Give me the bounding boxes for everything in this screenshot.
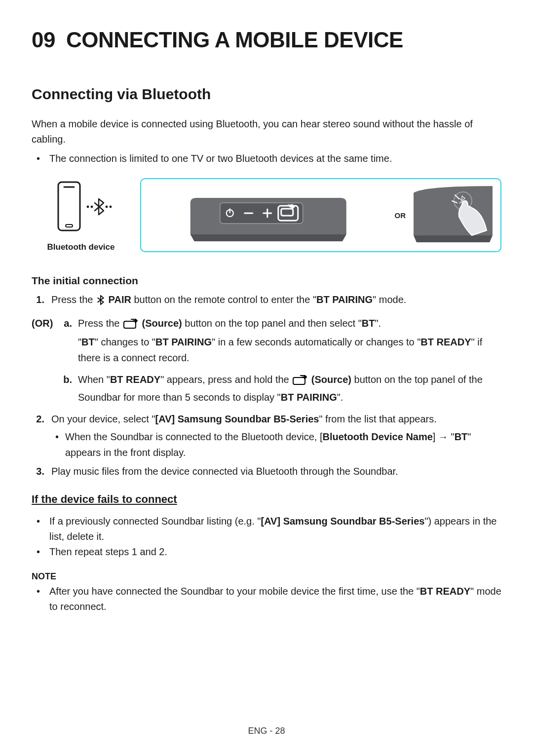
phone-label: Bluetooth device xyxy=(47,242,115,252)
intro-bullet-1: The connection is limited to one TV or t… xyxy=(45,151,501,166)
sb-pair: BT PAIRING xyxy=(281,392,337,403)
substep-a: a. Press the (Source) button on the top … xyxy=(61,315,501,366)
svg-rect-21 xyxy=(124,321,136,328)
s2-dev: [AV] Samsung Soundbar B5-Series xyxy=(155,414,319,424)
step-2-body: On your device, select "[AV] Samsung Sou… xyxy=(51,411,501,460)
svg-point-4 xyxy=(91,206,93,208)
svg-rect-2 xyxy=(66,225,73,227)
diagram-row: Bluetooth device xyxy=(32,178,501,252)
manual-page: 09CONNECTING A MOBILE DEVICE Connecting … xyxy=(0,0,533,756)
s2b-name: Bluetooth Device Name xyxy=(322,431,432,442)
or-block: (OR) a. Press the (Source) button on the… xyxy=(32,314,501,405)
section-number: 09 xyxy=(32,28,55,52)
svg-point-6 xyxy=(110,206,112,208)
soundbar-touch-diagram xyxy=(414,186,493,244)
s2-p1: On your device, select " xyxy=(51,414,155,424)
step-1-num: 1. xyxy=(32,292,44,309)
soundbar-diagram-box: OR xyxy=(140,178,501,252)
source-label-1: (Source) xyxy=(139,318,182,329)
step-2-bullets: When the Soundbar is connected to the Bl… xyxy=(51,429,501,460)
svg-point-5 xyxy=(106,206,108,208)
phone-bluetooth-diagram xyxy=(41,179,120,238)
bluetooth-icon xyxy=(97,294,105,309)
nb1-ready: BT READY xyxy=(420,586,470,597)
sa-post: button on the top panel and then select … xyxy=(182,318,362,329)
step-2-bullet-1: When the Soundbar is connected to the Bl… xyxy=(65,429,501,460)
steps: 1. Press the PAIR button on the remote c… xyxy=(32,292,501,479)
page-title: 09CONNECTING A MOBILE DEVICE xyxy=(32,28,501,52)
sa2-bt: BT xyxy=(81,337,95,347)
step-1-pre: Press the xyxy=(51,294,96,305)
note-label: NOTE xyxy=(32,571,501,582)
svg-point-3 xyxy=(87,206,89,208)
section-title: CONNECTING A MOBILE DEVICE xyxy=(66,28,403,52)
svg-rect-22 xyxy=(293,378,305,384)
intro-bullets: The connection is limited to one TV or t… xyxy=(32,151,501,166)
sb-p1: When " xyxy=(78,374,110,385)
bt-1: BT xyxy=(362,318,375,329)
note-bullets: After you have connected the Soundbar to… xyxy=(32,584,501,614)
nb1-p1: After you have connected the Soundbar to… xyxy=(49,586,420,597)
initial-connection-heading: The initial connection xyxy=(32,275,501,287)
step-2-num: 2. xyxy=(32,411,44,460)
step-2: 2. On your device, select "[AV] Samsung … xyxy=(32,411,501,460)
s2b-p2: ] → " xyxy=(433,431,455,442)
step-3-body: Play music files from the device connect… xyxy=(51,463,501,479)
s2b-p1: When the Soundbar is connected to the Bl… xyxy=(65,431,322,442)
step-3-num: 3. xyxy=(32,463,44,479)
step-1-post: button on the remote control to enter th… xyxy=(131,294,316,305)
fail-bullet-1: If a previously connected Soundbar listi… xyxy=(45,514,501,544)
sa-end: ". xyxy=(375,318,381,329)
source-label-2: (Source) xyxy=(308,374,351,385)
sb-p2: " appears, press and hold the xyxy=(160,374,292,385)
source-icon xyxy=(293,374,307,389)
sa2-p3: " in a few seconds automatically or chan… xyxy=(212,337,420,347)
phone-column: Bluetooth device xyxy=(32,178,130,252)
substep-b-body: When "BT READY" appears, press and hold … xyxy=(78,372,501,405)
intro-paragraph: When a mobile device is connected using … xyxy=(32,116,501,147)
fb1-p1: If a previously connected Soundbar listi… xyxy=(49,516,261,527)
step-3: 3. Play music files from the device conn… xyxy=(32,463,501,479)
s2-p2: " from the list that appears. xyxy=(319,414,436,424)
sb-ready: BT READY xyxy=(110,374,160,385)
or-label-text: (OR) xyxy=(32,315,54,405)
substep-b: b. When "BT READY" appears, press and ho… xyxy=(61,372,501,405)
svg-rect-0 xyxy=(58,182,80,230)
note-bullet-1: After you have connected the Soundbar to… xyxy=(45,584,501,614)
pair-label: PAIR xyxy=(106,294,131,305)
bt-pairing-1: BT PAIRING xyxy=(316,294,373,305)
subheading: Connecting via Bluetooth xyxy=(32,86,501,103)
or-body: a. Press the (Source) button on the top … xyxy=(61,314,501,405)
source-icon xyxy=(123,317,138,333)
or-label: OR xyxy=(395,211,406,220)
sb-p4: ". xyxy=(337,392,343,403)
step-1: 1. Press the PAIR button on the remote c… xyxy=(32,292,501,309)
sa2-p2: " changes to " xyxy=(95,337,155,347)
sa2-pair: BT PAIRING xyxy=(155,337,212,347)
page-footer: ENG - 28 xyxy=(0,726,533,736)
fail-bullet-2: Then repeat steps 1 and 2. xyxy=(45,544,501,560)
substep-a-line2: "BT" changes to "BT PAIRING" in a few se… xyxy=(78,334,501,366)
sa2-ready: BT READY xyxy=(420,337,471,347)
substep-b-label: b. xyxy=(61,372,72,405)
sa-pre: Press the xyxy=(78,318,122,329)
substep-a-label: a. xyxy=(61,315,72,366)
fail-bullets: If a previously connected Soundbar listi… xyxy=(32,514,501,560)
fail-heading: If the device fails to connect xyxy=(32,493,501,506)
step-1-body: Press the PAIR button on the remote cont… xyxy=(51,292,501,309)
substep-a-body: Press the (Source) button on the top pan… xyxy=(78,315,501,366)
s2b-bt: BT xyxy=(455,431,468,442)
step-1-end: " mode. xyxy=(373,294,406,305)
fb1-dev: [AV] Samsung Soundbar B5-Series xyxy=(261,516,424,527)
soundbar-top-diagram xyxy=(149,186,388,244)
